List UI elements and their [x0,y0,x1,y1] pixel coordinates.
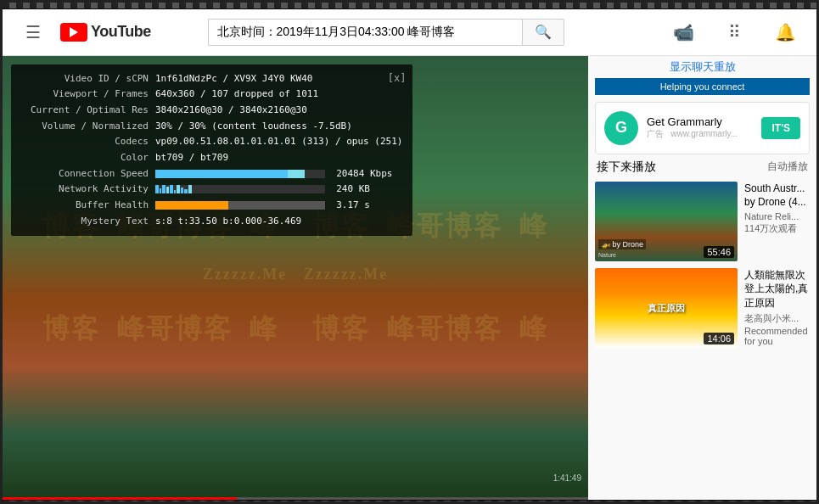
sidebar: 显示聊天重放 Helping you connect G Get Grammar… [588,56,816,500]
youtube-logo-icon [60,23,87,42]
top-nav: ☰ YouTube 🔍 📹 ⠿ 🔔 [3,9,816,56]
debug-close[interactable]: [x] [388,70,407,87]
debug-label-res: Current / Optimal Res [21,103,149,119]
watermark-sub-1: Zzzzzz.Me Zzzzzz.Me [186,260,405,288]
video-section: 博客 峰哥博客 峰 博客 峰哥博客 峰 Zzzzzz.Me Zzzzzz.Me … [3,56,588,500]
grammarly-button[interactable]: IT'S [761,117,800,139]
debug-row-volume: Volume / Normalized 30% / 30% (content l… [21,119,402,135]
video-progress[interactable] [3,497,588,500]
debug-label-network: Network Activity [21,182,149,198]
hamburger-menu[interactable]: ☰ [16,15,50,49]
rec-duration-2: 14:06 [704,333,734,344]
watermark-text-3: 博客 峰哥博客 峰 [25,305,295,353]
debug-value-network: 240 KB [155,182,402,198]
grammarly-ad-badge: 广告 www.grammarly... [647,128,753,140]
search-bar: 🔍 [208,19,564,46]
grammarly-ad: G Get Grammarly 广告 www.grammarly... IT'S [595,102,810,154]
video-background: 博客 峰哥博客 峰 博客 峰哥博客 峰 Zzzzzz.Me Zzzzzz.Me … [3,56,588,500]
nature-label: Nature [598,252,616,258]
upnext-label: 接下来播放 [597,160,656,175]
grammarly-title: Get Grammarly [647,115,753,128]
debug-value-viewport: 640x360 / 107 dropped of 1011 [155,87,402,103]
grammarly-url: www.grammarly... [670,129,738,138]
debug-value-speed: 20484 Kbps [155,166,402,182]
debug-row-viewport: Viewport / Frames 640x360 / 107 dropped … [21,87,402,103]
rec-views-2: Recommended for you [744,326,810,346]
debug-row-mystery: Mystery Text s:8 t:33.50 b:0.000-36.469 [21,214,402,230]
rec-channel-2: 老高與小米... [744,312,810,325]
debug-row-color: Color bt709 / bt709 [21,150,402,166]
debug-value-color: bt709 / bt709 [155,150,402,166]
rec-views-1: 114万次观看 [744,222,810,235]
rec-title-1: South Austr... by Drone (4... [744,182,810,210]
watermark-row-2: Zzzzzz.Me Zzzzzz.Me [186,260,405,288]
debug-label-codecs: Codecs [21,134,149,150]
rec-card-1[interactable]: 🚁 by Drone 55:46 Nature South Austr... b… [588,178,816,265]
helping-text: Helping you connect [660,81,745,92]
debug-label-speed: Connection Speed [21,166,149,182]
debug-label-mystery: Mystery Text [21,214,149,230]
debug-value-volume: 30% / 30% (content loudness -7.5dB) [155,119,402,135]
search-input[interactable] [208,19,522,46]
top-border [3,3,816,9]
notifications-button[interactable]: 🔔 [769,15,803,49]
grammarly-icon: G [604,111,638,145]
helping-banner: Helping you connect [595,78,810,95]
debug-value-mystery: s:8 t:33.50 b:0.000-36.469 [155,214,402,230]
autoplay-button[interactable]: 自动播放 [767,160,808,174]
debug-overlay: [x] Video ID / sCPN 1nf61dNdzPc / XV9X J… [11,64,412,237]
show-chat-button[interactable]: 显示聊天重放 [588,56,816,78]
debug-row-video-id: Video ID / sCPN 1nf61dNdzPc / XV9X J4Y0 … [21,71,402,87]
rec-drone-label: 🚁 by Drone [598,239,646,249]
debug-value-codecs: vp09.00.51.08.01.01.01.01 (313) / opus (… [155,134,402,150]
bottom-border [3,500,816,504]
upload-button[interactable]: 📹 [667,15,701,49]
debug-row-buffer: Buffer Health 3.17 s [21,198,402,214]
apps-button[interactable]: ⠿ [718,15,752,49]
grammarly-text: Get Grammarly 广告 www.grammarly... [647,115,753,140]
main-content: 博客 峰哥博客 峰 博客 峰哥博客 峰 Zzzzzz.Me Zzzzzz.Me … [3,56,816,500]
rec-info-2: 人類能無限次登上太陽的,真正原因 老高與小米... Recommended fo… [744,268,810,348]
youtube-logo-text: YouTube [91,23,151,41]
debug-label-buffer: Buffer Health [21,198,149,214]
debug-value-buffer: 3.17 s [155,198,402,214]
rec-thumb-2: 真正原因 14:06 [595,268,738,348]
watermark-row-3: 博客 峰哥博客 峰 博客 峰哥博客 峰 [25,305,565,353]
debug-label-volume: Volume / Normalized [21,119,149,135]
video-progress-fill [3,497,237,500]
debug-row-speed: Connection Speed 20484 Kbps [21,166,402,182]
rec-channel-1: Nature Reli... [744,211,810,221]
rec-thumb-1: 🚁 by Drone 55:46 Nature [595,182,738,261]
video-timestamp: 1:41:49 [553,473,581,483]
watermark-text-4: 博客 峰哥博客 峰 [295,305,565,353]
ad-label: 广告 [647,129,664,138]
rec-title-2: 人類能無限次登上太陽的,真正原因 [744,268,810,311]
debug-row-res: Current / Optimal Res 3840x2160@30 / 384… [21,103,402,119]
debug-label-viewport: Viewport / Frames [21,87,149,103]
rec-card-2[interactable]: 真正原因 14:06 人類能無限次登上太陽的,真正原因 老高與小米... Rec… [588,265,816,351]
debug-row-network: Network Activity 240 KB [21,182,402,198]
rec-info-1: South Austr... by Drone (4... Nature Rel… [744,182,810,261]
rec-duration-1: 55:46 [704,246,734,258]
upnext-header: 接下来播放 自动播放 [588,154,816,178]
rec-thumb-overlay-2: 真正原因 [648,301,685,314]
debug-value-video-id: 1nf61dNdzPc / XV9X J4Y0 KW40 [155,71,402,87]
search-button[interactable]: 🔍 [522,19,564,46]
youtube-logo[interactable]: YouTube [60,23,151,42]
debug-label-video-id: Video ID / sCPN [21,71,149,87]
debug-value-res: 3840x2160@30 / 3840x2160@30 [155,103,402,119]
nav-icons: 📹 ⠿ 🔔 [667,15,803,49]
debug-label-color: Color [21,150,149,166]
debug-row-codecs: Codecs vp09.00.51.08.01.01.01.01 (313) /… [21,134,402,150]
